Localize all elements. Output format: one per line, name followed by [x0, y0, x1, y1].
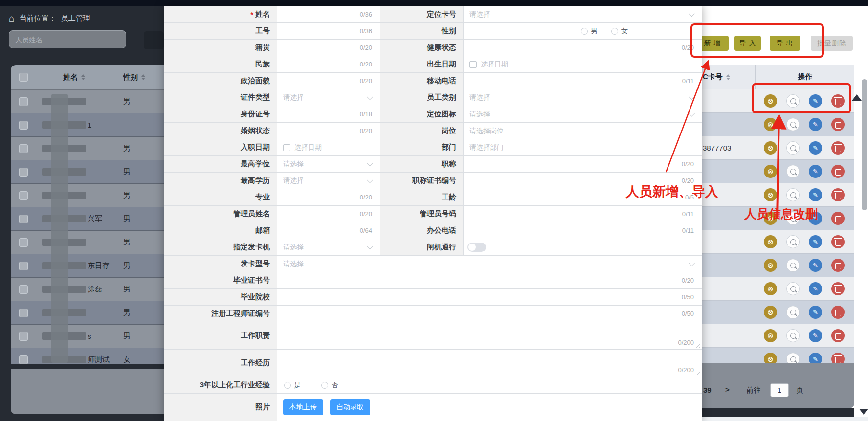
- row-checkbox[interactable]: [19, 262, 28, 270]
- form-input-counter[interactable]: 0/20: [277, 189, 380, 205]
- view-icon[interactable]: [786, 118, 800, 131]
- row-checkbox[interactable]: [19, 238, 28, 247]
- edit-icon[interactable]: ✎: [809, 306, 822, 319]
- form-input-counter[interactable]: 0/20: [464, 156, 702, 172]
- form-input-counter[interactable]: 0/36: [277, 23, 380, 39]
- resize-grip-icon[interactable]: [695, 370, 700, 375]
- deactivate-card-icon[interactable]: ⊗: [764, 188, 777, 201]
- deactivate-card-icon[interactable]: ⊗: [764, 329, 777, 342]
- resize-grip-icon[interactable]: [695, 342, 700, 348]
- radio-option[interactable]: 男: [581, 27, 598, 36]
- form-input-toggle[interactable]: [464, 239, 702, 255]
- table-row[interactable]: 兴军男: [11, 207, 164, 231]
- delete-icon[interactable]: [831, 141, 845, 155]
- deactivate-card-icon[interactable]: ⊗: [764, 235, 777, 248]
- edit-icon[interactable]: ✎: [809, 118, 822, 131]
- form-input-select[interactable]: 请选择: [277, 256, 702, 272]
- form-input-select[interactable]: 请选择: [277, 156, 380, 172]
- form-input-counter[interactable]: 0/50: [277, 289, 702, 305]
- table-row[interactable]: ⊗✎: [702, 89, 854, 113]
- table-row[interactable]: 东日存男: [11, 254, 164, 278]
- row-checkbox[interactable]: [19, 121, 28, 130]
- deactivate-card-icon[interactable]: ⊗: [764, 212, 777, 225]
- form-input-counter[interactable]: 0/20: [464, 173, 702, 189]
- edit-icon[interactable]: ✎: [809, 353, 822, 363]
- table-row[interactable]: s男: [11, 325, 164, 348]
- scroll-up-icon[interactable]: [852, 94, 862, 101]
- row-checkbox[interactable]: [19, 332, 28, 341]
- table-row[interactable]: ⊗✎: [702, 254, 854, 277]
- column-header-name[interactable]: 姓名: [63, 73, 78, 82]
- export-button[interactable]: 导 出: [770, 36, 800, 51]
- view-icon[interactable]: [786, 141, 800, 155]
- form-input-counter[interactable]: 0/20: [277, 206, 380, 222]
- table-row[interactable]: 男: [11, 231, 164, 254]
- edit-icon[interactable]: ✎: [809, 235, 822, 248]
- table-row[interactable]: ⊗✎: [702, 207, 854, 230]
- form-input-counter[interactable]: 0/64: [277, 222, 380, 239]
- deactivate-card-icon[interactable]: ⊗: [764, 118, 777, 131]
- form-input-select[interactable]: 请选择: [464, 6, 702, 22]
- table-row[interactable]: ⊗✎: [702, 183, 854, 207]
- form-input-counter[interactable]: 0/11: [464, 206, 702, 222]
- view-icon[interactable]: [786, 212, 800, 225]
- edit-icon[interactable]: ✎: [809, 165, 822, 178]
- edit-icon[interactable]: ✎: [809, 329, 822, 342]
- view-icon[interactable]: [786, 306, 800, 319]
- radio-icon[interactable]: [581, 28, 588, 35]
- column-header-gender[interactable]: 性别: [123, 73, 138, 82]
- row-checkbox[interactable]: [19, 144, 28, 153]
- table-row[interactable]: 男: [11, 137, 164, 160]
- radio-icon[interactable]: [611, 28, 618, 35]
- delete-icon[interactable]: [831, 235, 845, 248]
- table-row[interactable]: 1: [11, 113, 164, 137]
- table-row[interactable]: ⊗✎: [702, 348, 854, 363]
- form-input-radios[interactable]: 男女: [464, 23, 702, 39]
- form-input-counter[interactable]: 0/18: [277, 106, 380, 122]
- radio-option[interactable]: 否: [321, 381, 338, 390]
- radio-option[interactable]: 女: [611, 27, 628, 36]
- table-row[interactable]: 男: [11, 301, 164, 325]
- delete-icon[interactable]: [831, 259, 845, 272]
- form-input-textarea[interactable]: 0/200: [277, 350, 702, 377]
- edit-icon[interactable]: ✎: [809, 188, 822, 201]
- form-input-counter[interactable]: 0/20: [277, 40, 380, 56]
- batch-delete-button[interactable]: 批量删除: [811, 36, 853, 51]
- scroll-down-icon[interactable]: [859, 409, 868, 415]
- person-name-search[interactable]: [9, 30, 126, 48]
- delete-icon[interactable]: [831, 306, 845, 319]
- radio-icon[interactable]: [321, 382, 328, 389]
- table-row[interactable]: ⊗✎: [702, 301, 854, 324]
- form-input-placeholder[interactable]: 请选择部门: [464, 139, 702, 155]
- delete-icon[interactable]: [831, 94, 845, 108]
- view-icon[interactable]: [786, 235, 800, 248]
- form-input-counter[interactable]: 0/20: [277, 73, 380, 89]
- gate-pass-toggle[interactable]: [467, 243, 486, 252]
- table-row[interactable]: ⊗✎: [702, 277, 854, 301]
- form-input-counter[interactable]: 0/20: [277, 56, 380, 72]
- form-input-date[interactable]: 选择日期: [277, 139, 380, 155]
- column-header-card[interactable]: C卡号: [703, 72, 723, 82]
- select-all-checkbox[interactable]: [19, 73, 28, 82]
- deactivate-card-icon[interactable]: ⊗: [764, 141, 777, 155]
- import-button[interactable]: 导 入: [734, 36, 761, 51]
- view-icon[interactable]: [786, 188, 800, 201]
- deactivate-card-icon[interactable]: ⊗: [764, 165, 777, 178]
- row-checkbox[interactable]: [19, 97, 28, 106]
- form-input-select[interactable]: 请选择: [464, 89, 702, 106]
- form-input-counter[interactable]: 0/50: [277, 306, 702, 322]
- sort-icons-gender[interactable]: [141, 74, 145, 80]
- view-icon[interactable]: [786, 282, 800, 295]
- view-icon[interactable]: [786, 94, 800, 108]
- table-row[interactable]: ⊗✎: [702, 230, 854, 254]
- form-input-placeholder[interactable]: 请选择岗位: [464, 123, 702, 139]
- sort-icons-name[interactable]: [81, 74, 85, 80]
- table-row[interactable]: ⊗✎: [702, 324, 854, 348]
- edit-icon[interactable]: ✎: [809, 141, 822, 155]
- form-input-radios[interactable]: 是否: [277, 377, 702, 393]
- view-icon[interactable]: [786, 259, 800, 272]
- table-row[interactable]: 男: [11, 184, 164, 207]
- row-checkbox[interactable]: [19, 215, 28, 223]
- table-row[interactable]: ⊗✎: [702, 113, 854, 136]
- form-input-date[interactable]: 选择日期: [464, 56, 702, 72]
